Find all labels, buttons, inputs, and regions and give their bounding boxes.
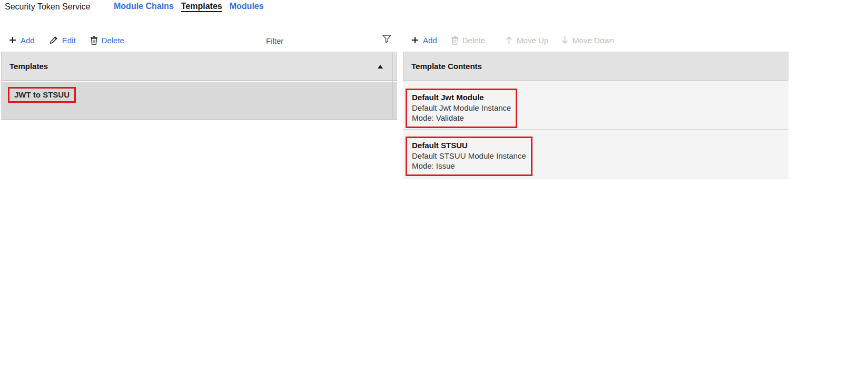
module-title: Default Jwt Module <box>412 92 511 103</box>
delete-module-label: Delete <box>462 36 485 45</box>
highlight-box: Default STSUU Default STSUU Module Insta… <box>406 137 532 176</box>
module-subtitle: Default STSUU Module Instance <box>412 151 526 161</box>
module-mode: Mode: Validate <box>412 113 511 123</box>
template-contents-toolbar: Add Delete Move Up Move Down <box>411 33 614 47</box>
plus-icon <box>411 36 419 44</box>
delete-module-button[interactable]: Delete <box>451 36 485 45</box>
nav-tab-templates[interactable]: Templates <box>181 2 222 11</box>
move-up-button[interactable]: Move Up <box>505 36 548 45</box>
module-row-default-jwt[interactable]: Default Jwt Module Default Jwt Module In… <box>403 81 788 130</box>
move-up-label: Move Up <box>517 36 548 45</box>
module-row-default-stsuu[interactable]: Default STSUU Default STSUU Module Insta… <box>403 130 788 179</box>
templates-toolbar: Add Edit Delete <box>8 33 139 47</box>
add-module-button[interactable]: Add <box>411 36 437 45</box>
template-contents-header-label: Template Contents <box>411 62 482 71</box>
arrow-down-icon <box>561 36 569 44</box>
funnel-icon[interactable] <box>382 35 391 43</box>
list-scrollbar-track[interactable] <box>392 53 393 119</box>
template-name: JWT to STSUU <box>14 90 70 99</box>
template-contents-panel: Template Contents Default Jwt Module Def… <box>403 52 788 179</box>
module-title: Default STSUU <box>412 140 526 151</box>
template-row-jwt-to-stsuu[interactable]: JWT to STSUU <box>1 82 397 120</box>
move-down-label: Move Down <box>573 36 614 45</box>
top-navigation: Module Chains Templates Modules <box>114 2 264 11</box>
sort-ascending-icon <box>378 65 383 69</box>
template-contents-column-header[interactable]: Template Contents <box>403 52 788 81</box>
add-template-button[interactable]: Add <box>8 36 35 45</box>
delete-template-button[interactable]: Delete <box>90 36 124 45</box>
module-subtitle: Default Jwt Module Instance <box>412 103 511 113</box>
page-title: Security Token Service <box>5 2 90 12</box>
edit-template-label: Edit <box>62 36 76 45</box>
plus-icon <box>8 36 17 44</box>
nav-tab-modules[interactable]: Modules <box>230 2 264 11</box>
filter-input[interactable] <box>265 34 380 47</box>
templates-column-header[interactable]: Templates <box>1 52 397 81</box>
delete-template-label: Delete <box>102 36 124 45</box>
move-down-button[interactable]: Move Down <box>561 36 614 45</box>
highlight-box: JWT to STSUU <box>8 87 76 103</box>
pencil-icon <box>49 35 58 45</box>
edit-template-button[interactable]: Edit <box>49 35 76 45</box>
trash-icon <box>90 36 98 45</box>
trash-icon <box>451 36 459 45</box>
templates-column-header-label: Templates <box>9 62 48 71</box>
templates-panel: Templates JWT to STSUU <box>1 52 397 120</box>
module-mode: Mode: Issue <box>412 161 526 171</box>
add-module-label: Add <box>423 36 437 45</box>
highlight-box: Default Jwt Module Default Jwt Module In… <box>406 89 517 128</box>
add-template-label: Add <box>21 36 35 45</box>
arrow-up-icon <box>505 36 513 44</box>
nav-tab-module-chains[interactable]: Module Chains <box>114 2 174 11</box>
